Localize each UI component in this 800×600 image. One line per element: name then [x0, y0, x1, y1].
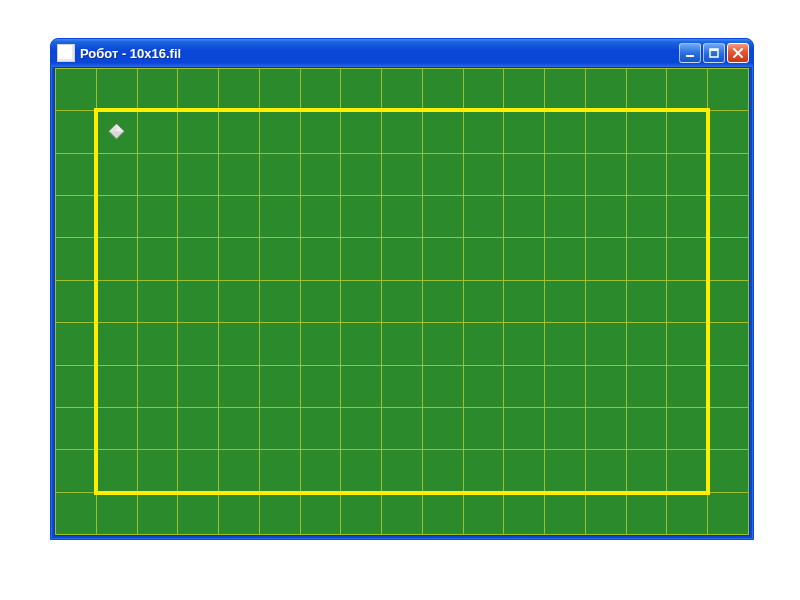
grid-cell[interactable]	[300, 238, 341, 280]
grid-cell[interactable]	[259, 111, 300, 153]
grid-cell[interactable]	[708, 323, 749, 365]
grid-cell[interactable]	[259, 365, 300, 407]
grid-cell[interactable]	[667, 153, 708, 195]
grid-cell[interactable]	[382, 450, 423, 492]
grid-cell[interactable]	[137, 365, 178, 407]
grid-cell[interactable]	[341, 450, 382, 492]
grid-cell[interactable]	[667, 492, 708, 534]
grid-cell[interactable]	[626, 492, 667, 534]
grid-cell[interactable]	[341, 492, 382, 534]
grid-cell[interactable]	[56, 280, 97, 322]
grid-cell[interactable]	[504, 492, 545, 534]
grid-cell[interactable]	[96, 153, 137, 195]
grid-cell[interactable]	[137, 492, 178, 534]
grid-cell[interactable]	[137, 323, 178, 365]
grid-cell[interactable]	[382, 238, 423, 280]
grid-cell[interactable]	[96, 280, 137, 322]
grid-cell[interactable]	[585, 238, 626, 280]
grid-cell[interactable]	[178, 69, 219, 111]
grid-cell[interactable]	[463, 111, 504, 153]
grid-cell[interactable]	[422, 111, 463, 153]
grid-cell[interactable]	[137, 280, 178, 322]
grid-cell[interactable]	[626, 153, 667, 195]
grid-cell[interactable]	[56, 69, 97, 111]
grid-cell[interactable]	[708, 450, 749, 492]
grid-cell[interactable]	[96, 69, 137, 111]
grid-cell[interactable]	[259, 407, 300, 449]
grid-cell[interactable]	[341, 323, 382, 365]
grid-cell[interactable]	[504, 450, 545, 492]
grid-cell[interactable]	[137, 196, 178, 238]
grid-cell[interactable]	[137, 407, 178, 449]
grid-cell[interactable]	[341, 111, 382, 153]
grid-cell[interactable]	[341, 69, 382, 111]
grid-cell[interactable]	[708, 153, 749, 195]
grid-cell[interactable]	[545, 196, 586, 238]
grid-cell[interactable]	[422, 323, 463, 365]
grid-cell[interactable]	[504, 111, 545, 153]
grid-cell[interactable]	[178, 323, 219, 365]
grid-cell[interactable]	[422, 492, 463, 534]
grid-cell[interactable]	[56, 196, 97, 238]
grid-cell[interactable]	[382, 407, 423, 449]
grid-cell[interactable]	[667, 111, 708, 153]
grid-cell[interactable]	[178, 238, 219, 280]
grid-cell[interactable]	[178, 450, 219, 492]
grid-cell[interactable]	[626, 280, 667, 322]
grid-cell[interactable]	[504, 238, 545, 280]
grid-cell[interactable]	[137, 111, 178, 153]
grid-cell[interactable]	[585, 196, 626, 238]
grid-cell[interactable]	[341, 365, 382, 407]
grid-cell[interactable]	[219, 111, 260, 153]
grid-cell[interactable]	[708, 280, 749, 322]
grid-cell[interactable]	[667, 450, 708, 492]
field-area[interactable]	[54, 67, 750, 536]
grid-cell[interactable]	[545, 323, 586, 365]
grid-cell[interactable]	[96, 111, 137, 153]
grid-cell[interactable]	[626, 365, 667, 407]
grid-cell[interactable]	[585, 111, 626, 153]
grid-cell[interactable]	[382, 153, 423, 195]
grid-cell[interactable]	[463, 280, 504, 322]
grid-cell[interactable]	[219, 407, 260, 449]
grid-cell[interactable]	[178, 407, 219, 449]
grid-cell[interactable]	[667, 407, 708, 449]
grid-cell[interactable]	[178, 111, 219, 153]
grid-cell[interactable]	[178, 492, 219, 534]
grid-cell[interactable]	[382, 323, 423, 365]
grid-cell[interactable]	[504, 323, 545, 365]
grid-cell[interactable]	[463, 407, 504, 449]
grid-cell[interactable]	[708, 365, 749, 407]
grid-cell[interactable]	[300, 407, 341, 449]
grid-cell[interactable]	[585, 323, 626, 365]
grid-cell[interactable]	[259, 323, 300, 365]
grid-cell[interactable]	[219, 365, 260, 407]
grid-cell[interactable]	[545, 111, 586, 153]
grid-cell[interactable]	[463, 365, 504, 407]
grid-cell[interactable]	[96, 238, 137, 280]
grid-cell[interactable]	[585, 153, 626, 195]
grid-cell[interactable]	[585, 280, 626, 322]
grid-cell[interactable]	[585, 450, 626, 492]
grid-cell[interactable]	[463, 492, 504, 534]
grid-cell[interactable]	[545, 153, 586, 195]
title-bar[interactable]: Робот - 10x16.fil	[51, 39, 753, 67]
grid-cell[interactable]	[463, 450, 504, 492]
grid-cell[interactable]	[382, 365, 423, 407]
grid-cell[interactable]	[56, 365, 97, 407]
grid-cell[interactable]	[56, 323, 97, 365]
grid-cell[interactable]	[300, 196, 341, 238]
grid-cell[interactable]	[341, 238, 382, 280]
grid-cell[interactable]	[422, 280, 463, 322]
grid-cell[interactable]	[56, 111, 97, 153]
grid-cell[interactable]	[259, 280, 300, 322]
grid-cell[interactable]	[708, 69, 749, 111]
grid-cell[interactable]	[585, 365, 626, 407]
grid-cell[interactable]	[137, 450, 178, 492]
grid-cell[interactable]	[382, 280, 423, 322]
grid-cell[interactable]	[96, 492, 137, 534]
grid-cell[interactable]	[626, 450, 667, 492]
grid-cell[interactable]	[504, 196, 545, 238]
grid-cell[interactable]	[667, 323, 708, 365]
grid-cell[interactable]	[300, 450, 341, 492]
